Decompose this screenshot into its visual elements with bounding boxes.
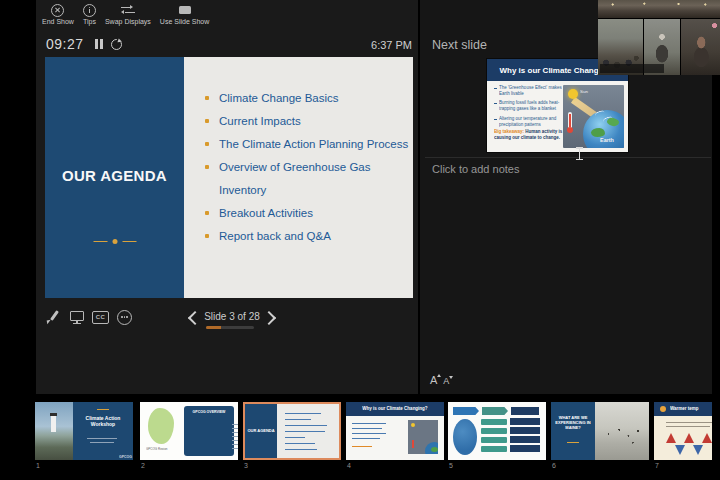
bullet-marker [205, 211, 209, 215]
slide-position-label: Slide 3 of 28 [203, 311, 261, 322]
bullet-item: Report back and Q&A [205, 224, 408, 247]
slide-number: 7 [655, 462, 659, 469]
notes-divider [425, 157, 711, 158]
lighthouse-photo [35, 402, 73, 460]
slide-number: 3 [244, 462, 248, 469]
slide-title-panel: OUR AGENDA [45, 57, 184, 298]
next-slide-takeaway: Big takeaway: Human activity is causing … [494, 129, 564, 151]
map-caption: GPCOG Region [146, 447, 186, 450]
tips-label: Tips [83, 18, 96, 25]
restart-timer-button[interactable] [111, 38, 122, 49]
notes-font-controls: A A [430, 374, 449, 386]
region-map-graphic [148, 408, 174, 444]
slide-progress-bar [206, 326, 254, 329]
greenhouse-illustration: Sun Earth [563, 85, 624, 148]
webcam-tile-3[interactable] [681, 19, 720, 75]
slide-number: 1 [36, 462, 40, 469]
closed-captions-button[interactable]: CC [92, 311, 109, 324]
flowchart-oval [453, 419, 477, 455]
slide-progress-fill [206, 326, 221, 329]
slide-content-panel: Climate Change Basics Current Impacts Th… [184, 57, 413, 298]
filmstrip-slide-2[interactable]: GPCOG Region GPCOG OVERVIEW [140, 402, 238, 460]
slide-number: 4 [347, 462, 351, 469]
next-slide-heading: Next slide [432, 38, 487, 52]
pause-timer-button[interactable] [95, 39, 103, 49]
sun-badge-icon [660, 406, 666, 412]
beach-photo [595, 402, 649, 460]
bullet-item: Current Impacts [205, 109, 408, 132]
thumb-title: Why is our Climate Changing? [346, 406, 444, 411]
agenda-bullet-list: Climate Change Basics Current Impacts Th… [205, 86, 408, 247]
current-slide-preview[interactable]: OUR AGENDA Climate Change Basics Current… [45, 57, 413, 298]
bullet-text: Breakout Activities [219, 207, 313, 219]
earth-label: Earth [593, 137, 622, 143]
filmstrip-slide-7[interactable]: Warmer temp [654, 402, 720, 460]
filmstrip-slide-4[interactable]: Why is our Climate Changing? [346, 402, 444, 460]
earth-landmass [591, 128, 605, 137]
sun-icon [568, 89, 578, 99]
end-show-button[interactable]: End Show [42, 4, 74, 25]
more-options-button[interactable] [117, 310, 132, 325]
filmstrip-slide-1[interactable]: Climate Action Workshop GPCOG [35, 402, 133, 460]
thumb-title: Climate Action Workshop [77, 415, 129, 428]
slide-number: 5 [449, 462, 453, 469]
notes-placeholder[interactable]: Click to add notes [432, 163, 519, 175]
tips-icon [83, 4, 96, 16]
pen-tool-button[interactable] [46, 309, 62, 325]
bullet-marker [205, 234, 209, 238]
elapsed-timer: 09:27 [46, 36, 84, 52]
thumb-title: GPCOG OVERVIEW [186, 410, 232, 414]
filmstrip-slide-3-selected[interactable]: OUR AGENDA [243, 402, 341, 460]
bullet-text: Inventory [219, 184, 266, 196]
filmstrip-slide-6[interactable]: WHAT ARE WE EXPERIENCING IN MAINE? [551, 402, 649, 460]
filmstrip-slide-5[interactable] [448, 402, 546, 460]
video-call-overlay: Andy Ryer/TML Libra... [598, 0, 720, 75]
presenter-toolbar: End Show Tips Swap Displays Use Slide Sh… [42, 4, 209, 25]
slide-title: OUR AGENDA [45, 167, 184, 184]
bullet-marker [205, 119, 209, 123]
bullet-text: Current Impacts [219, 115, 301, 127]
up-caret-icon [437, 374, 441, 377]
thumb-logo-text: GPCOG [119, 455, 129, 459]
use-slide-show-icon [179, 4, 191, 16]
thermometer-icon [568, 112, 572, 129]
bullet-item: Overview of Greenhouse Gas [205, 155, 408, 178]
swap-displays-icon [121, 4, 135, 16]
thumb-title: OUR AGENDA [245, 428, 277, 433]
bullet-item: The Climate Action Planning Process [205, 132, 408, 155]
slide-number: 2 [141, 462, 145, 469]
bullet-text: Report back and Q&A [219, 230, 331, 242]
speaker-name-badge: Andy Ryer/TML Libra... [600, 64, 664, 73]
end-show-icon [51, 4, 64, 16]
bullet-text: Climate Change Basics [219, 92, 339, 104]
end-show-label: End Show [42, 18, 74, 25]
mini-illustration [408, 420, 438, 454]
increase-font-button[interactable]: A [430, 374, 437, 386]
bullet-item-continuation: Inventory [205, 178, 408, 201]
tips-button[interactable]: Tips [83, 4, 96, 25]
bullet-marker [205, 142, 209, 146]
decrease-font-button[interactable]: A [443, 374, 449, 386]
use-slide-show-button[interactable]: Use Slide Show [160, 4, 209, 25]
takeaway-label: Big takeaway: [494, 129, 524, 134]
use-slide-show-label: Use Slide Show [160, 18, 209, 25]
bullet-text: Overview of Greenhouse Gas [219, 161, 371, 173]
text-cursor [576, 147, 583, 160]
bullet-marker [205, 165, 209, 169]
slide-number: 6 [552, 462, 556, 469]
bullet-text: The Climate Action Planning Process [219, 138, 408, 150]
down-caret-icon [449, 376, 453, 379]
bullet-marker [205, 96, 209, 100]
display-settings-button[interactable] [70, 310, 84, 325]
current-time: 6:37 PM [366, 39, 412, 51]
thumb-title: WHAT ARE WE EXPERIENCING IN MAINE? [554, 415, 592, 431]
bullet-item: Climate Change Basics [205, 86, 408, 109]
title-divider-ornament [93, 239, 136, 244]
swap-displays-label: Swap Displays [105, 18, 151, 25]
webcam-room-wide[interactable] [598, 0, 720, 18]
bullet-item: Breakout Activities [205, 201, 408, 224]
sun-label: Sun [580, 89, 588, 94]
swap-displays-button[interactable]: Swap Displays [105, 4, 151, 25]
presenter-view-screen: End Show Tips Swap Displays Use Slide Sh… [0, 0, 720, 480]
slide-tools: CC [46, 308, 132, 326]
